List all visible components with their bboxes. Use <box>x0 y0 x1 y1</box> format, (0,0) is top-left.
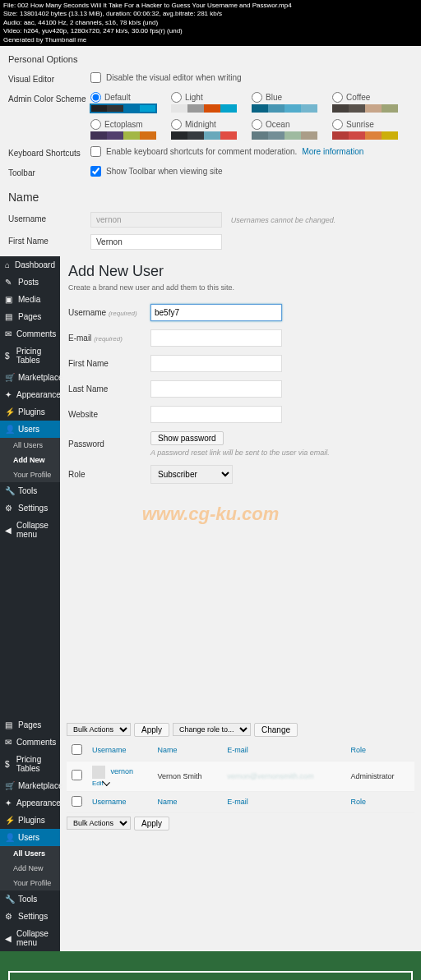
color-scheme-radio[interactable] <box>332 119 343 130</box>
sidebar-sub-all-users[interactable]: All Users <box>0 846 60 861</box>
change-role-select[interactable]: Change role to... <box>173 723 251 736</box>
sidebar-item-users[interactable]: 👤Users <box>0 829 60 846</box>
add-email-input[interactable] <box>150 329 282 347</box>
more-info-link[interactable]: More information <box>302 147 363 156</box>
color-scheme-ocean[interactable]: Ocean <box>252 119 326 140</box>
color-scheme-radio[interactable] <box>332 92 343 103</box>
change-button[interactable]: Change <box>254 723 298 737</box>
sidebar-item-label: Tools <box>18 895 37 904</box>
color-scheme-radio[interactable] <box>171 119 182 130</box>
sidebar-item-marketplace[interactable]: 🛒Marketplace <box>0 777 60 794</box>
personal-options-heading: Personal Options <box>8 54 413 64</box>
add-username-input[interactable] <box>150 304 282 321</box>
sidebar-item-pages[interactable]: ▤Pages <box>0 716 60 734</box>
color-scheme-coffee[interactable]: Coffee <box>332 92 406 113</box>
color-scheme-light[interactable]: Light <box>171 92 245 113</box>
add-firstname-input[interactable] <box>150 355 282 372</box>
sidebar-item-users[interactable]: 👤Users <box>0 421 60 438</box>
color-scheme-radio[interactable] <box>252 119 262 130</box>
sidebar-item-pricing-tables[interactable]: $Pricing Tables <box>0 343 60 369</box>
color-scheme-blue[interactable]: Blue <box>252 92 326 113</box>
sidebar-item-label: Media <box>18 295 40 304</box>
bulk-actions-select[interactable]: Bulk Actions <box>67 723 131 736</box>
users-icon: 👤 <box>5 425 13 433</box>
sidebar-item-label: Collapse menu <box>16 521 55 539</box>
color-scheme-sunrise[interactable]: Sunrise <box>332 119 406 140</box>
add-lastname-label: Last Name <box>68 384 150 393</box>
visual-editor-checkbox[interactable] <box>90 72 101 83</box>
row-username-link[interactable]: vernon <box>111 767 134 775</box>
add-lastname-input[interactable] <box>150 380 282 398</box>
sidebar-item-tools[interactable]: 🔧Tools <box>0 482 60 499</box>
sidebar-item-label: Tools <box>18 486 37 495</box>
tools-icon: 🔧 <box>5 486 13 495</box>
pricing-tables-icon: $ <box>5 352 12 360</box>
select-all-top[interactable] <box>72 744 82 755</box>
color-scheme-radio[interactable] <box>90 119 101 130</box>
apply-button-bottom[interactable]: Apply <box>134 817 169 830</box>
col-username[interactable]: Username <box>87 740 153 761</box>
row-email[interactable]: vernon@vernonsmith.com <box>227 772 313 780</box>
sidebar-item-comments[interactable]: ✉Comments <box>0 734 60 751</box>
add-role-select[interactable]: Subscriber <box>150 465 233 484</box>
sidebar-item-dashboard[interactable]: ⌂Dashboard <box>0 256 60 274</box>
color-scheme-midnight[interactable]: Midnight <box>171 119 245 140</box>
pricing-tables-icon: $ <box>5 760 12 768</box>
sidebar-item-label: Posts <box>18 278 39 287</box>
keyboard-shortcuts-checkbox[interactable] <box>90 146 101 157</box>
media-icon: ▣ <box>5 295 13 303</box>
sidebar-item-label: Appearance <box>16 390 61 399</box>
sidebar-item-settings[interactable]: ⚙Settings <box>0 908 60 925</box>
sidebar-sub-add-new[interactable]: Add New <box>0 861 60 876</box>
color-scheme-radio[interactable] <box>171 92 182 103</box>
sidebar-item-settings[interactable]: ⚙Settings <box>0 499 60 517</box>
col-role[interactable]: Role <box>346 740 414 761</box>
sidebar-item-media[interactable]: ▣Media <box>0 291 60 308</box>
select-all-bottom[interactable] <box>72 796 82 807</box>
sidebar-item-label: Collapse menu <box>16 929 55 947</box>
pages-icon: ▤ <box>5 720 13 729</box>
sidebar-item-posts[interactable]: ✎Posts <box>0 274 60 291</box>
sidebar-item-label: Settings <box>18 912 48 921</box>
sidebar-item-pages[interactable]: ▤Pages <box>0 308 60 325</box>
add-firstname-label: First Name <box>68 359 150 368</box>
comments-icon: ✉ <box>5 329 12 338</box>
color-scheme-label: Admin Color Scheme <box>8 92 90 104</box>
col-name[interactable]: Name <box>153 740 223 761</box>
sidebar-item-label: Pages <box>18 720 41 729</box>
sidebar-item-tools[interactable]: 🔧Tools <box>0 890 60 908</box>
sidebar-item-marketplace[interactable]: 🛒Marketplace <box>0 369 60 386</box>
color-scheme-default[interactable]: Default <box>90 92 164 113</box>
first-name-input[interactable] <box>90 234 222 250</box>
sidebar-sub-your-profile[interactable]: Your Profile <box>0 876 60 890</box>
collapse-menu[interactable]: ◀Collapse menu <box>0 925 60 951</box>
sidebar-item-pricing-tables[interactable]: $Pricing Tables <box>0 751 60 777</box>
table-row[interactable]: vernon Edit Vernon Smith vernon@vernonsm… <box>67 761 414 791</box>
color-scheme-radio[interactable] <box>90 92 101 103</box>
add-role-label: Role <box>68 470 150 479</box>
sidebar-item-label: Plugins <box>18 816 45 825</box>
sidebar-item-appearance[interactable]: ✦Appearance <box>0 386 60 403</box>
add-website-input[interactable] <box>150 406 282 423</box>
collapse-menu[interactable]: ◀Collapse menu <box>0 517 60 543</box>
sidebar-sub-add-new[interactable]: Add New <box>0 453 60 467</box>
color-scheme-ectoplasm[interactable]: Ectoplasm <box>90 119 164 140</box>
col-email[interactable]: E-mail <box>222 740 345 761</box>
marketplace-icon: 🛒 <box>5 373 13 381</box>
settings-icon: ⚙ <box>5 504 13 512</box>
toolbar-checkbox[interactable] <box>90 166 101 177</box>
visual-editor-desc: Disable the visual editor when writing <box>106 73 242 82</box>
sidebar-item-plugins[interactable]: ⚡Plugins <box>0 812 60 829</box>
show-password-button[interactable]: Show password <box>150 431 224 445</box>
sidebar-item-comments[interactable]: ✉Comments <box>0 325 60 343</box>
sidebar-sub-your-profile[interactable]: Your Profile <box>0 467 60 482</box>
sidebar-item-plugins[interactable]: ⚡Plugins <box>0 403 60 421</box>
sidebar-sub-all-users[interactable]: All Users <box>0 438 60 453</box>
row-checkbox[interactable] <box>72 770 82 780</box>
color-scheme-radio[interactable] <box>252 92 262 103</box>
sidebar-item-appearance[interactable]: ✦Appearance <box>0 794 60 812</box>
toolbar-label: Toolbar <box>8 166 90 177</box>
bulk-actions-select-bottom[interactable]: Bulk Actions <box>67 817 131 830</box>
row-role: Administrator <box>346 761 414 791</box>
apply-button-top[interactable]: Apply <box>134 723 169 737</box>
